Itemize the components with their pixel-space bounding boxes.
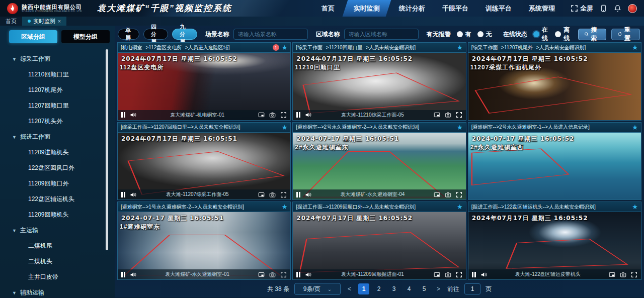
snapshot-camera-icon[interactable] bbox=[269, 191, 276, 198]
screen-layout-button[interactable]: 单屏 bbox=[118, 29, 139, 40]
page-tab[interactable]: 首页 bbox=[0, 17, 22, 26]
video-viewport[interactable]: 2024-07-17 星期三 16:05:51 2#永久避难硐室东 袁大滩煤矿-… bbox=[293, 133, 465, 200]
tree-item-camera-group[interactable]: 122盘区辅运机头 bbox=[0, 191, 115, 207]
favorite-star-icon[interactable]: ★ bbox=[632, 44, 638, 51]
region-name-input[interactable] bbox=[344, 29, 419, 40]
tree-item-camera-group[interactable]: 二煤机头 bbox=[0, 254, 115, 269]
tree-item-camera-group[interactable]: 11207机尾外 bbox=[0, 82, 115, 98]
reset-button[interactable]: 重置 bbox=[611, 29, 640, 40]
user-avatar[interactable] bbox=[628, 4, 637, 13]
picture-in-picture-icon[interactable] bbox=[258, 191, 265, 198]
page-number-button[interactable]: 1 bbox=[358, 283, 369, 294]
pause-icon[interactable] bbox=[296, 192, 300, 197]
tree-item-camera-group[interactable]: 11210回顺口里 bbox=[0, 67, 115, 82]
nav-item-link[interactable]: 系统管理 bbox=[520, 0, 564, 17]
snapshot-camera-icon[interactable] bbox=[269, 112, 276, 118]
radio-label[interactable]: 在线 bbox=[542, 26, 549, 43]
tree-group-header[interactable]: ▼ 辅助运输 bbox=[0, 285, 115, 298]
tree-item-camera-group[interactable]: 11209回顺口外 bbox=[0, 176, 115, 191]
tree-group-header[interactable]: ▼ 综采工作面 bbox=[0, 51, 115, 67]
speaker-icon[interactable] bbox=[130, 271, 136, 278]
fullscreen-icon[interactable] bbox=[280, 112, 287, 118]
radio-button[interactable] bbox=[555, 31, 561, 37]
pause-icon[interactable] bbox=[472, 272, 476, 277]
favorite-star-icon[interactable]: ★ bbox=[632, 204, 638, 210]
radio-button[interactable] bbox=[477, 31, 484, 37]
fullscreen-toggle[interactable]: 全屏 bbox=[571, 4, 593, 13]
pause-icon[interactable] bbox=[121, 272, 125, 277]
tree-group-header[interactable]: ▼ 主运输 bbox=[0, 223, 115, 238]
video-viewport[interactable]: 2024年07月17日 星期三 16:05:52 袁大滩-122盘区辅运皮带机头 bbox=[468, 212, 641, 279]
prev-page-button[interactable]: < bbox=[346, 285, 353, 292]
speaker-icon[interactable] bbox=[130, 191, 136, 198]
radio-button[interactable] bbox=[457, 31, 463, 37]
picture-in-picture-icon[interactable] bbox=[258, 112, 265, 118]
favorite-star-icon[interactable]: ★ bbox=[282, 204, 288, 210]
picture-in-picture-icon[interactable] bbox=[434, 191, 440, 198]
nav-item-link[interactable]: 训练平台 bbox=[477, 0, 520, 17]
nav-item-link[interactable]: 首页 bbox=[313, 0, 343, 17]
video-viewport[interactable]: 2024年07月17日 星期三 16:05:51 袁大滩-11207综采工作面-… bbox=[118, 133, 290, 200]
tab-close-icon[interactable]: × bbox=[58, 19, 61, 24]
nav-item-link[interactable]: 统计分析 bbox=[390, 0, 434, 17]
tree-item-camera-group[interactable]: 11209进顺机头 bbox=[0, 145, 115, 160]
radio-button[interactable] bbox=[533, 31, 539, 37]
page-tab[interactable]: 实时监测 × bbox=[22, 17, 66, 26]
video-viewport[interactable]: 2024年07月17日 星期三 16:05:52 112盘区变电所 袁大滩煤矿-… bbox=[118, 53, 290, 120]
speaker-icon[interactable] bbox=[130, 112, 136, 118]
page-number-button[interactable]: 4 bbox=[404, 283, 415, 294]
favorite-star-icon[interactable]: ★ bbox=[282, 124, 288, 131]
pause-icon[interactable] bbox=[296, 112, 300, 118]
snapshot-camera-icon[interactable] bbox=[269, 271, 276, 278]
video-viewport[interactable]: 2024-07-17 星期三 16:05:51 1#避难硐室东 袁大滩煤矿-永久… bbox=[118, 212, 290, 279]
speaker-icon[interactable] bbox=[305, 271, 311, 278]
video-viewport[interactable]: 2024年07月17日 星期三 16:05:52 11207采煤工作面机尾外 bbox=[468, 53, 641, 120]
page-number-button[interactable]: 5 bbox=[419, 283, 430, 294]
favorite-star-icon[interactable]: ★ bbox=[457, 44, 463, 51]
search-button[interactable]: 搜索 bbox=[578, 29, 607, 40]
snapshot-camera-icon[interactable] bbox=[620, 271, 626, 278]
radio-label[interactable]: 离线 bbox=[564, 26, 571, 43]
favorite-star-icon[interactable]: ★ bbox=[457, 204, 463, 210]
nav-item-link[interactable]: 千眼平台 bbox=[434, 0, 477, 17]
sidebar-tab[interactable]: 模型分组 bbox=[61, 30, 110, 43]
radio-label[interactable]: 无 bbox=[486, 30, 492, 39]
favorite-star-icon[interactable]: ★ bbox=[457, 124, 463, 131]
scene-name-input[interactable] bbox=[233, 29, 308, 40]
tree-item-camera-group[interactable]: 11207回顺口里 bbox=[0, 98, 115, 114]
picture-in-picture-icon[interactable] bbox=[434, 112, 440, 118]
goto-page-input[interactable] bbox=[464, 283, 480, 294]
mobile-app-icon[interactable] bbox=[600, 5, 607, 12]
page-number-button[interactable]: 2 bbox=[373, 283, 384, 294]
tree-item-camera-group[interactable]: 二煤机尾 bbox=[0, 238, 115, 254]
picture-in-picture-icon[interactable] bbox=[609, 271, 615, 278]
screen-layout-button[interactable]: 四分屏 bbox=[143, 29, 168, 40]
page-size-select[interactable]: 9条/页 ⌄ bbox=[294, 283, 341, 295]
speaker-icon[interactable] bbox=[480, 271, 487, 278]
tree-item-camera-group[interactable]: 11209回顺机头 bbox=[0, 207, 115, 223]
fullscreen-icon[interactable] bbox=[280, 191, 287, 198]
fullscreen-icon[interactable] bbox=[456, 112, 462, 118]
nav-item-active[interactable]: 实时监测 bbox=[343, 0, 391, 17]
speaker-icon[interactable] bbox=[305, 191, 311, 198]
video-viewport[interactable]: 2024年07月17日 星期三 16:05:52 11210回顺口里 袁大滩-1… bbox=[293, 53, 465, 120]
pause-icon[interactable] bbox=[121, 192, 125, 197]
picture-in-picture-icon[interactable] bbox=[258, 271, 265, 278]
video-viewport[interactable]: 2024年07月17日 星期三 16:05:52 袁大滩-11209回顺掘进面-… bbox=[293, 212, 465, 279]
tree-item-camera-group[interactable]: 主井口皮带 bbox=[0, 269, 115, 285]
radio-label[interactable]: 有 bbox=[465, 30, 471, 39]
sidebar-scrollbar[interactable] bbox=[106, 49, 108, 250]
tree-item-camera-group[interactable]: 122盘区回风口外 bbox=[0, 160, 115, 176]
picture-in-picture-icon[interactable] bbox=[434, 271, 440, 278]
fullscreen-icon[interactable] bbox=[631, 271, 637, 278]
page-number-button[interactable]: 3 bbox=[388, 283, 399, 294]
pause-icon[interactable] bbox=[296, 272, 300, 277]
pause-icon[interactable] bbox=[121, 112, 125, 118]
speaker-icon[interactable] bbox=[305, 112, 311, 118]
snapshot-camera-icon[interactable] bbox=[445, 191, 451, 198]
favorite-star-icon[interactable]: ★ bbox=[632, 124, 638, 131]
favorite-star-icon[interactable]: ★ bbox=[282, 44, 288, 51]
snapshot-camera-icon[interactable] bbox=[445, 112, 451, 118]
fullscreen-icon[interactable] bbox=[456, 271, 462, 278]
fullscreen-icon[interactable] bbox=[456, 191, 462, 198]
